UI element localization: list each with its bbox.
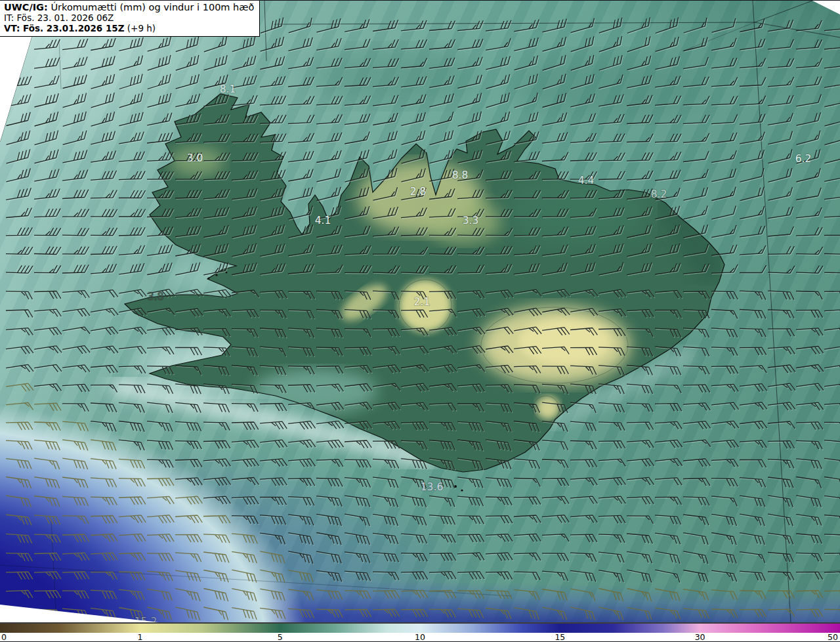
colorbar-tick: 0 [1,632,7,642]
precip-max-label: 8.2 [651,188,667,200]
model-id: UWC/IG: [4,2,48,12]
forecast-map: 8.13.02.88.84.48.26.24.13.33.82.113.615.… [0,1,840,622]
precip-max-label: 6.2 [795,153,812,165]
valid-time: VT: Fös. 23.01.2026 15Z [4,23,125,33]
lead-time: (+9 h) [127,23,156,33]
graticule-line [755,1,812,22]
colorbar-tick: 1 [137,632,142,642]
corner-cutoff-topright [812,1,840,14]
map-title: Úrkomumætti (mm) og vindur i 100m hæð [51,2,254,12]
map-canvas: 8.13.02.88.84.48.26.24.13.33.82.113.615.… [0,1,840,622]
colorbar-tick: 10 [415,632,425,642]
valid-time-line: VT: Fös. 23.01.2026 15Z (+9 h) [4,24,254,34]
graticule-line [59,40,61,89]
precip-max-label: 3.0 [187,152,203,164]
colorbar-tick: 5 [278,632,283,642]
precip-max-label: 2.1 [414,296,430,308]
colorbar-footer: 01510153050 [0,622,840,642]
precip-max-label: 8.8 [452,169,469,181]
precip-max-label: 4.1 [315,215,331,226]
init-time: IT: Fös. 23. 01. 2026 06Z [4,13,254,24]
graticule-line [682,22,755,51]
precip-max-label: 3.3 [463,215,479,226]
weather-forecast-chart: 8.13.02.88.84.48.26.24.13.33.82.113.615.… [0,0,840,642]
colorbar-tick: 30 [695,632,705,642]
precip-max-label: 3.8 [148,291,164,303]
colorbar-tick: 50 [828,632,838,642]
precip-max-label: 8.1 [220,83,236,95]
map-title-line: UWC/IG: Úrkomumætti (mm) og vindur i 100… [4,2,254,13]
precip-max-label: 13.6 [421,481,444,493]
title-box: UWC/IG: Úrkomumætti (mm) og vindur i 100… [0,1,260,37]
precip-max-label: 4.4 [578,175,595,186]
colorbar-tick-labels: 01510153050 [0,633,840,642]
precip-max-label: 2.8 [410,186,427,198]
colorbar-tick: 15 [555,632,565,642]
colorbar-gradient [0,622,840,633]
